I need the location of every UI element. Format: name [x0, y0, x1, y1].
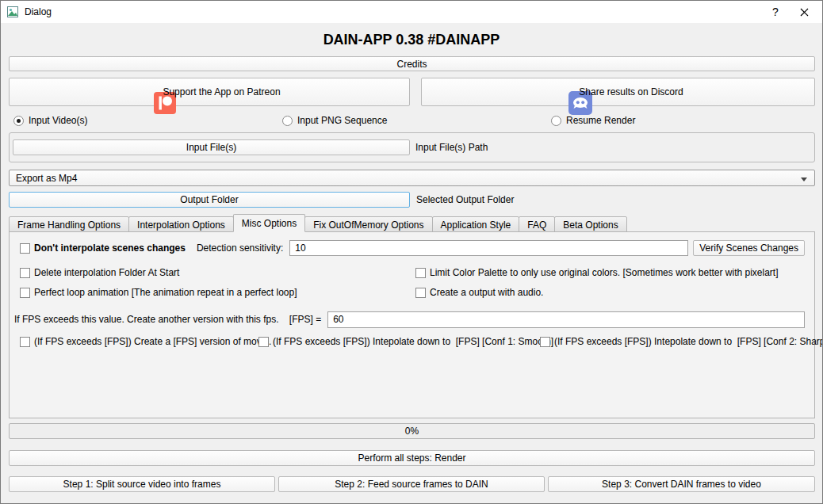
credits-button[interactable]: Credits	[9, 56, 815, 71]
checkbox-dont-interpolate-scenes[interactable]: Don't interpolate scenes changes	[20, 242, 186, 254]
patreon-button-label: Support the App on Patreon	[163, 86, 280, 97]
discord-button-label: Share results on Discord	[579, 86, 683, 97]
checkbox-box	[20, 243, 30, 254]
radio-circle	[13, 116, 24, 126]
checkbox-box	[415, 268, 426, 278]
chevron-down-icon	[801, 178, 807, 181]
fps-limit-row: If FPS exceeds this value. Create anothe…	[14, 311, 805, 328]
checkbox-delete-interpolation-folder-label: Delete interpolation Folder At Start	[34, 267, 179, 278]
window-title: Dialog	[25, 1, 52, 23]
radio-input-videos[interactable]: Input Video(s)	[13, 114, 88, 127]
checkbox-interpolate-down-smooth[interactable]: (If FPS exceeds [FPS]) Intepolate down t…	[258, 336, 553, 347]
patreon-icon	[138, 81, 160, 103]
radio-circle	[282, 116, 293, 126]
step2-button[interactable]: Step 2: Feed source frames to DAIN	[278, 476, 545, 492]
discord-icon	[553, 80, 576, 104]
radio-resume-render[interactable]: Resume Render	[551, 114, 635, 127]
checkbox-box	[258, 337, 269, 347]
fps-options-row: (If FPS exceeds [FPS]) Create a [FPS] ve…	[20, 336, 805, 349]
misc-options-panel: Don't interpolate scenes changes Detecti…	[9, 231, 815, 418]
detection-sensitivity-label: Detection sensitivity:	[197, 242, 283, 254]
radio-input-png-sequence[interactable]: Input PNG Sequence	[282, 114, 387, 127]
checkbox-box	[415, 288, 426, 298]
fps-limit-label: If FPS exceeds this value. Create anothe…	[14, 314, 321, 325]
dialog-window: Dialog ? DAIN-APP 0.38 #DAINAPP Credits …	[0, 0, 823, 504]
checkbox-output-audio[interactable]: Create a output with audio.	[415, 287, 543, 298]
output-folder-button[interactable]: Output Folder	[9, 192, 410, 208]
checkbox-output-audio-label: Create a output with audio.	[430, 287, 543, 298]
input-files-path-label: Input File(s) Path	[415, 133, 488, 162]
tab-frame-handling-options[interactable]: Frame Handling Options	[9, 216, 129, 232]
titlebar: Dialog ?	[1, 1, 822, 23]
step1-button[interactable]: Step 1: Split source video into frames	[9, 476, 275, 492]
radio-circle	[551, 116, 561, 126]
radio-resume-render-label: Resume Render	[566, 115, 635, 126]
checkbox-dont-interpolate-scenes-label: Don't interpolate scenes changes	[34, 242, 186, 254]
help-button[interactable]: ?	[764, 1, 787, 23]
checkbox-box	[20, 268, 30, 278]
patreon-button[interactable]: Support the App on Patreon	[9, 78, 410, 106]
checkbox-box	[540, 337, 550, 347]
checkbox-perfect-loop-label: Perfect loop animation [The animation re…	[34, 287, 297, 298]
page-title: DAIN-APP 0.38 #DAINAPP	[1, 32, 822, 48]
tab-misc-options[interactable]: Misc Options	[233, 214, 305, 232]
checkbox-interpolate-down-sharp-label: (If FPS exceeds [FPS]) Intepolate down t…	[554, 336, 823, 347]
progress-text: 0%	[405, 426, 419, 437]
step3-button[interactable]: Step 3: Convert DAIN frames to video	[548, 476, 815, 492]
checkbox-interpolate-down-sharp[interactable]: (If FPS exceeds [FPS]) Intepolate down t…	[540, 336, 823, 347]
app-icon	[7, 6, 18, 17]
verify-scenes-changes-button[interactable]: Verify Scenes Changes	[693, 240, 805, 256]
progress-bar: 0%	[9, 423, 815, 439]
tab-fix-outofmemory-options[interactable]: Fix OutOfMemory Options	[304, 216, 432, 232]
checkbox-delete-interpolation-folder[interactable]: Delete interpolation Folder At Start	[20, 267, 179, 278]
checkbox-box	[20, 337, 30, 347]
discord-button[interactable]: Share results on Discord	[421, 78, 815, 106]
checkbox-create-fps-version[interactable]: (If FPS exceeds [FPS]) Create a [FPS] ve…	[20, 336, 271, 347]
radio-input-videos-label: Input Video(s)	[29, 115, 88, 126]
radio-input-png-sequence-label: Input PNG Sequence	[297, 115, 387, 126]
close-icon	[800, 8, 809, 17]
tab-bar: Frame Handling Options Interpolation Opt…	[9, 214, 626, 232]
options-row-1: Delete interpolation Folder At Start Lim…	[20, 267, 805, 280]
tab-faq[interactable]: FAQ	[519, 216, 555, 232]
fps-limit-input[interactable]	[327, 311, 805, 328]
checkbox-interpolate-down-smooth-label: (If FPS exceeds [FPS]) Intepolate down t…	[273, 336, 553, 347]
checkbox-perfect-loop[interactable]: Perfect loop animation [The animation re…	[20, 287, 297, 298]
checkbox-box	[20, 288, 30, 298]
checkbox-create-fps-version-label: (If FPS exceeds [FPS]) Create a [FPS] ve…	[34, 336, 271, 347]
scene-detection-row: Don't interpolate scenes changes Detecti…	[20, 239, 805, 257]
export-format-select[interactable]: Export as Mp4	[9, 170, 815, 186]
tab-beta-options[interactable]: Beta Options	[554, 216, 626, 232]
tab-interpolation-options[interactable]: Interpolation Options	[128, 216, 234, 232]
options-row-2: Perfect loop animation [The animation re…	[20, 287, 805, 300]
selected-output-folder-label: Selected Output Folder	[416, 192, 514, 208]
tab-application-style[interactable]: Application Style	[432, 216, 520, 232]
checkbox-limit-color-palette-label: Limit Color Palette to only use original…	[430, 267, 779, 278]
close-button[interactable]	[792, 1, 816, 23]
detection-sensitivity-input[interactable]	[289, 240, 688, 256]
input-file-group: Input File(s) Input File(s) Path	[9, 132, 815, 162]
export-format-value: Export as Mp4	[16, 173, 77, 184]
input-files-button[interactable]: Input File(s)	[13, 139, 410, 155]
render-all-button[interactable]: Perform all steps: Render	[9, 450, 815, 466]
checkbox-limit-color-palette[interactable]: Limit Color Palette to only use original…	[415, 267, 779, 278]
